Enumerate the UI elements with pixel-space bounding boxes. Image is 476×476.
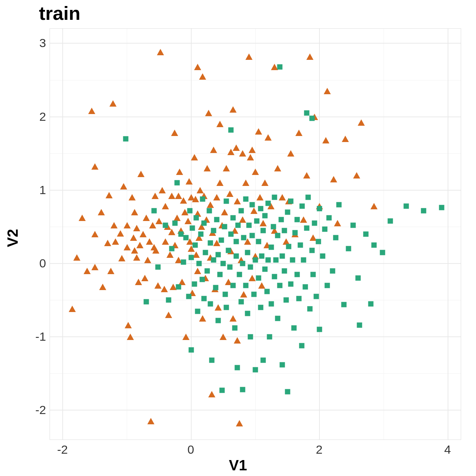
data-point-square (143, 299, 149, 304)
scatter-chart: train V2 V1 -2024 -2-10123 (0, 0, 476, 476)
data-point-square (294, 217, 300, 222)
data-point-square (387, 218, 393, 223)
data-point-square (232, 325, 238, 331)
data-point-triangle (197, 187, 204, 193)
data-point-triangle (358, 119, 365, 126)
data-point-triangle (107, 268, 114, 274)
data-point-triangle (146, 238, 153, 245)
data-point-square (309, 248, 314, 253)
data-point-square (208, 301, 213, 306)
data-point-triangle (300, 216, 307, 223)
data-point-square (421, 208, 426, 213)
data-point-triangle (73, 254, 80, 261)
data-point-square (248, 334, 253, 340)
data-point-square (333, 235, 338, 240)
data-point-square (336, 202, 341, 208)
data-point-square (330, 268, 335, 273)
data-point-square (316, 239, 321, 244)
data-point-square (282, 268, 287, 273)
data-point-triangle (133, 225, 140, 231)
data-point-triangle (322, 137, 329, 143)
data-point-triangle (162, 238, 169, 245)
data-point-square (211, 228, 216, 233)
data-point-square (285, 389, 290, 395)
data-point-square (195, 308, 200, 314)
data-point-square (372, 243, 377, 248)
data-point-square (199, 277, 205, 282)
data-point-square (196, 261, 202, 266)
data-point-triangle (204, 165, 211, 171)
data-point-square (219, 237, 224, 243)
data-point-square (217, 272, 223, 277)
data-point-square (239, 208, 244, 213)
data-point-square (267, 334, 272, 340)
data-point-triangle (125, 322, 132, 328)
data-point-square (241, 235, 246, 240)
data-point-triangle (194, 268, 201, 274)
data-point-square (288, 281, 293, 287)
data-point-triangle (260, 220, 267, 226)
data-point-triangle (239, 216, 246, 223)
data-point-triangle (342, 136, 349, 142)
data-point-square (190, 226, 195, 231)
data-point-square (312, 220, 317, 226)
data-point-square (224, 198, 229, 204)
data-point-square (307, 306, 313, 312)
data-point-triangle (236, 420, 243, 426)
data-point-triangle (210, 147, 217, 153)
grid-major-v (191, 29, 192, 440)
data-point-triangle (199, 315, 206, 322)
grid-minor-v (127, 29, 127, 440)
data-point-square (403, 204, 409, 209)
data-point-square (317, 206, 322, 211)
data-point-square (245, 250, 250, 255)
data-point-square (284, 298, 289, 303)
data-point-square (181, 259, 186, 265)
data-point-triangle (265, 134, 272, 141)
data-point-triangle (215, 304, 222, 311)
data-point-triangle (165, 312, 172, 318)
data-point-square (228, 232, 234, 237)
grid-major-h (50, 190, 461, 191)
data-point-square (205, 268, 210, 273)
data-point-square (282, 228, 287, 233)
data-point-triangle (199, 73, 206, 80)
data-point-triangle (194, 64, 201, 70)
data-point-triangle (143, 215, 150, 221)
data-point-square (256, 239, 261, 244)
data-point-square (262, 267, 268, 272)
data-point-square (304, 110, 310, 116)
data-point-square (239, 299, 244, 304)
x-tick: -2 (57, 443, 68, 457)
y-tick: 2 (39, 109, 46, 123)
data-point-square (303, 284, 308, 290)
data-point-triangle (133, 254, 140, 261)
grid-minor-h (50, 373, 461, 374)
data-point-triangle (140, 231, 147, 237)
data-point-triangle (230, 315, 237, 322)
data-point-square (346, 246, 351, 251)
data-point-square (233, 239, 239, 244)
data-point-triangle (88, 108, 95, 114)
data-point-triangle (234, 337, 241, 344)
data-point-square (172, 220, 178, 226)
data-point-square (356, 276, 361, 281)
data-point-square (298, 243, 303, 248)
data-point-triangle (303, 172, 310, 178)
data-point-triangle (252, 169, 259, 175)
data-point-triangle (161, 286, 168, 292)
data-point-square (260, 358, 266, 363)
data-point-square (240, 261, 245, 266)
data-point-triangle (185, 218, 192, 224)
data-point-triangle (104, 240, 111, 246)
data-point-triangle (180, 197, 187, 204)
data-point-triangle (176, 169, 183, 175)
data-point-square (249, 202, 255, 208)
data-point-square (174, 180, 180, 186)
data-point-triangle (166, 251, 174, 258)
grid-minor-v (255, 29, 256, 440)
data-point-triangle (124, 244, 131, 250)
data-point-triangle (141, 275, 148, 281)
data-point-triangle (330, 176, 337, 182)
data-point-square (275, 233, 280, 238)
